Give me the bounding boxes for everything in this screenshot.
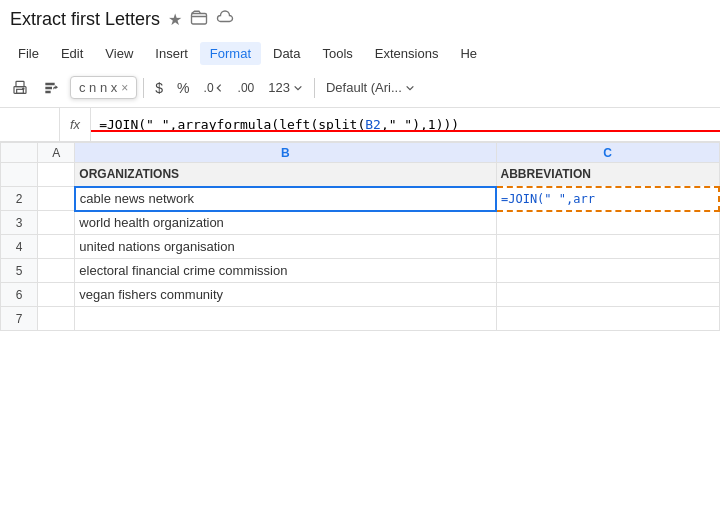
currency-button[interactable]: $ (150, 74, 168, 102)
menu-item-he[interactable]: He (450, 42, 487, 65)
toolbar: c n n x × $ % .0 .00 123 Default (Ari... (0, 68, 720, 108)
autocomplete-close[interactable]: × (121, 81, 128, 95)
menu-item-extensions[interactable]: Extensions (365, 42, 449, 65)
menu-item-insert[interactable]: Insert (145, 42, 198, 65)
number-format-dropdown[interactable]: 123 (263, 77, 308, 98)
svg-rect-1 (16, 81, 24, 86)
table-row: 4united nations organisation (1, 235, 720, 259)
row-header-0 (1, 163, 38, 187)
cell-b1[interactable]: cable news network (75, 187, 496, 211)
spreadsheet: A B C ORGANIZATIONSABBREVIATION2cable ne… (0, 142, 720, 505)
menu-item-view[interactable]: View (95, 42, 143, 65)
fx-label: fx (60, 108, 91, 141)
cell-c0[interactable]: ABBREVIATION (496, 163, 719, 187)
toolbar-separator-2 (314, 78, 315, 98)
autocomplete-text: c n n x (79, 80, 117, 95)
cloud-icon[interactable] (216, 8, 234, 30)
cell-b0[interactable]: ORGANIZATIONS (75, 163, 496, 187)
cell-c3[interactable] (496, 235, 719, 259)
paint-format-button[interactable] (38, 74, 66, 102)
grid-table: A B C ORGANIZATIONSABBREVIATION2cable ne… (0, 142, 720, 331)
col-header-a[interactable]: A (38, 143, 75, 163)
cell-a3[interactable] (38, 235, 75, 259)
cell-a1[interactable] (38, 187, 75, 211)
table-row: 3world health organization (1, 211, 720, 235)
menu-item-edit[interactable]: Edit (51, 42, 93, 65)
cell-c5[interactable] (496, 283, 719, 307)
print-button[interactable] (6, 74, 34, 102)
cell-a5[interactable] (38, 283, 75, 307)
folder-icon[interactable] (190, 9, 208, 30)
cell-b3[interactable]: united nations organisation (75, 235, 496, 259)
formula-bar: fx =JOIN(" ",arrayformula(left(split(B2,… (0, 108, 720, 142)
cell-c6[interactable] (496, 307, 719, 331)
font-dropdown[interactable]: Default (Ari... (321, 77, 431, 98)
row-header-2: 3 (1, 211, 38, 235)
svg-rect-0 (192, 13, 207, 24)
percent-button[interactable]: % (172, 74, 194, 102)
cell-c2[interactable] (496, 211, 719, 235)
star-icon[interactable]: ★ (168, 10, 182, 29)
menu-item-data[interactable]: Data (263, 42, 310, 65)
menu-item-format[interactable]: Format (200, 42, 261, 65)
title-text: Extract first Letters (10, 9, 160, 30)
formula-input[interactable]: =JOIN(" ",arrayformula(left(split(B2," "… (91, 117, 720, 132)
row-header-3: 4 (1, 235, 38, 259)
table-row: ORGANIZATIONSABBREVIATION (1, 163, 720, 187)
col-header-c[interactable]: C (496, 143, 719, 163)
table-row: 6vegan fishers community (1, 283, 720, 307)
col-header-b[interactable]: B (75, 143, 496, 163)
cell-a2[interactable] (38, 211, 75, 235)
table-row: 7 (1, 307, 720, 331)
svg-rect-2 (14, 86, 26, 93)
cell-a6[interactable] (38, 307, 75, 331)
cell-b5[interactable]: vegan fishers community (75, 283, 496, 307)
table-row: 2cable news network=JOIN(" ",arr (1, 187, 720, 211)
autocomplete-popup[interactable]: c n n x × (70, 76, 137, 99)
cell-b4[interactable]: electoral financial crime commission (75, 259, 496, 283)
menu-item-file[interactable]: File (8, 42, 49, 65)
row-header-1: 2 (1, 187, 38, 211)
table-row: 5electoral financial crime commission (1, 259, 720, 283)
cell-a0[interactable] (38, 163, 75, 187)
svg-point-4 (23, 88, 24, 89)
decimal-decrease-button[interactable]: .0 (199, 74, 229, 102)
cell-b2[interactable]: world health organization (75, 211, 496, 235)
formula-underline (91, 130, 720, 132)
menu-bar: FileEditViewInsertFormatDataToolsExtensi… (0, 38, 720, 68)
toolbar-separator-1 (143, 78, 144, 98)
cell-a4[interactable] (38, 259, 75, 283)
title-bar: Extract first Letters ★ (0, 0, 720, 38)
decimal-increase-button[interactable]: .00 (233, 74, 260, 102)
row-header-4: 5 (1, 259, 38, 283)
cell-c4[interactable] (496, 259, 719, 283)
row-header-6: 7 (1, 307, 38, 331)
menu-item-tools[interactable]: Tools (312, 42, 362, 65)
col-header-rownum (1, 143, 38, 163)
cell-c1[interactable]: =JOIN(" ",arr (496, 187, 719, 211)
svg-rect-3 (17, 89, 24, 93)
cell-b6[interactable] (75, 307, 496, 331)
row-header-5: 6 (1, 283, 38, 307)
cell-reference[interactable] (0, 108, 60, 141)
